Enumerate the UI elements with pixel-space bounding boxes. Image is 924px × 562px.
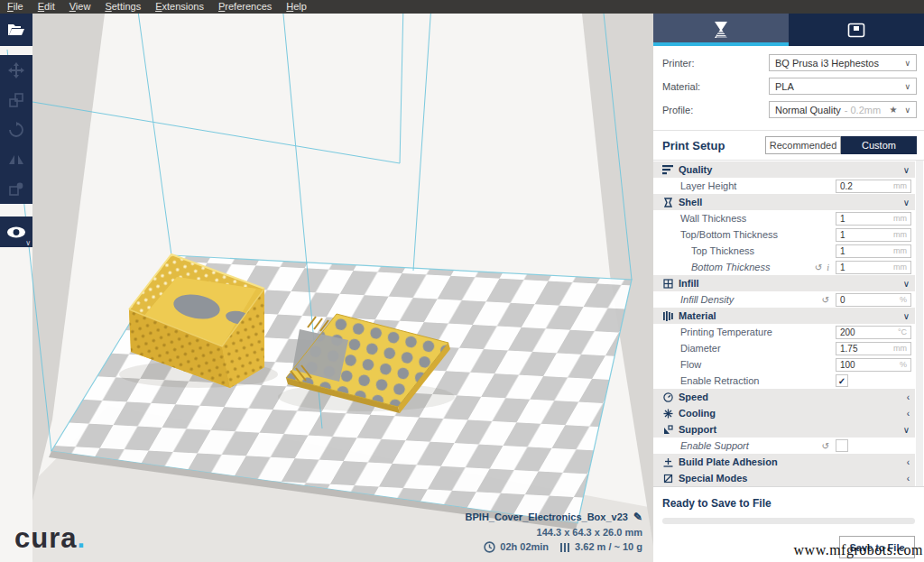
logo-dot: . — [77, 522, 86, 554]
chevron-down-icon: ∨ — [903, 279, 915, 289]
menu-file[interactable]: File — [0, 0, 31, 14]
printing-temperature-input[interactable]: °C — [836, 326, 911, 339]
print-setup-title: Print Setup — [662, 139, 765, 152]
setting-flow: Flow % — [653, 356, 915, 373]
open-file-button[interactable] — [0, 14, 32, 46]
section-shell[interactable]: Shell ∨ — [653, 194, 915, 210]
tab-monitor[interactable] — [789, 14, 924, 46]
setting-enable-support: Enable Support ↺ — [653, 438, 915, 454]
active-tab-underline — [653, 42, 789, 46]
setting-layer-height: Layer Height mm — [653, 178, 915, 194]
print-time: 02h 02min — [500, 539, 549, 555]
flow-input[interactable]: % — [836, 358, 911, 372]
recommended-mode-button[interactable]: Recommended — [765, 136, 841, 154]
menu-preferences[interactable]: Preferences — [211, 0, 279, 14]
profile-layer-height-suffix: - 0.2mm — [845, 105, 881, 115]
section-infill[interactable]: Infill ∨ — [653, 275, 915, 291]
rotate-icon — [8, 122, 24, 138]
material-dropdown[interactable]: PLA ∨ — [769, 78, 917, 95]
section-speed[interactable]: Speed ‹ — [653, 389, 915, 405]
settings-scrollbar[interactable] — [916, 161, 923, 486]
bottom-thickness-input[interactable]: mm — [836, 261, 911, 274]
section-build-plate-adhesion[interactable]: Build Plate Adhesion ‹ — [653, 454, 915, 470]
undo-icon[interactable]: ↺ — [815, 263, 822, 272]
top-thickness-input[interactable]: mm — [836, 244, 911, 258]
infill-icon — [661, 279, 675, 289]
menu-extensions[interactable]: Extensions — [148, 0, 211, 14]
undo-icon[interactable]: ↺ — [822, 441, 829, 451]
scale-tool-button[interactable] — [0, 85, 32, 115]
wall-thickness-input[interactable]: mm — [836, 212, 911, 226]
view-mode-button[interactable]: ∨ — [0, 217, 32, 247]
rotate-tool-button[interactable] — [0, 115, 32, 144]
section-cooling[interactable]: Cooling ‹ — [653, 405, 915, 421]
menu-edit[interactable]: Edit — [31, 0, 62, 14]
settings-panel: Printer: BQ Prusa i3 Hephestos ∨ Materia… — [653, 14, 924, 562]
printer-dropdown[interactable]: BQ Prusa i3 Hephestos ∨ — [769, 54, 917, 71]
menu-help[interactable]: Help — [279, 0, 314, 14]
cura-application-window: File Edit View Settings Extensions Prefe… — [0, 0, 924, 562]
mirror-icon — [8, 152, 24, 168]
profile-dropdown[interactable]: Normal Quality - 0.2mm ★ ∨ — [769, 101, 917, 118]
chevron-left-icon: ‹ — [907, 392, 915, 402]
section-material[interactable]: Material ∨ — [653, 308, 915, 324]
top-bottom-thickness-input[interactable]: mm — [836, 228, 911, 242]
chevron-down-icon: ∨ — [903, 165, 915, 175]
material-label: Material: — [662, 81, 769, 92]
viewport-3d[interactable]: ∨ cura. BPIH_Cover_Electronics_Box_v23✎ … — [0, 14, 653, 562]
setting-enable-retraction: Enable Retraction ✓ — [653, 373, 915, 389]
left-toolbar: ∨ — [0, 14, 32, 46]
custom-mode-button[interactable]: Custom — [841, 136, 917, 154]
star-icon: ★ — [889, 105, 897, 115]
section-special-modes[interactable]: Special Modes ‹ — [653, 470, 915, 486]
view-mode-chevron-icon: ∨ — [25, 239, 31, 247]
shell-icon — [661, 198, 675, 207]
model-info-panel: BPIH_Cover_Electronics_Box_v23✎ 144.3 x … — [466, 510, 642, 555]
clock-icon — [484, 541, 495, 553]
mode-toggle: Recommended Custom — [765, 136, 917, 154]
monitor-icon — [847, 23, 865, 38]
tab-prepare[interactable] — [653, 14, 789, 46]
model-dimensions: 144.3 x 64.3 x 26.0 mm — [466, 525, 642, 539]
chevron-down-icon: ∨ — [904, 106, 910, 115]
progress-bar — [662, 518, 915, 524]
menu-settings[interactable]: Settings — [97, 0, 148, 14]
quality-icon — [661, 165, 675, 175]
special-modes-icon — [661, 474, 675, 484]
chevron-down-icon: ∨ — [904, 59, 910, 68]
material-spool-icon — [559, 542, 570, 553]
infill-density-input[interactable]: % — [836, 293, 911, 307]
setting-diameter: Diameter mm — [653, 340, 915, 356]
enable-retraction-checkbox[interactable]: ✓ — [836, 374, 848, 387]
watermark: www.mfgrobots.com — [794, 542, 923, 558]
tool-group — [0, 55, 32, 204]
info-icon[interactable]: i — [827, 263, 829, 272]
setting-infill-density: Infill Density ↺ % — [653, 291, 915, 308]
setting-bottom-thickness: Bottom Thickness ↺ i mm — [653, 259, 915, 275]
stage-tabs — [653, 14, 924, 46]
layer-height-input[interactable]: mm — [836, 180, 911, 193]
undo-icon[interactable]: ↺ — [822, 295, 829, 305]
chevron-left-icon: ‹ — [907, 457, 915, 467]
model-name: BPIH_Cover_Electronics_Box_v23 — [466, 511, 628, 522]
move-icon — [8, 62, 24, 78]
menu-view[interactable]: View — [62, 0, 98, 14]
build-plate-scene[interactable] — [0, 14, 653, 562]
printer-label: Printer: — [662, 58, 769, 69]
setting-printing-temperature: Printing Temperature °C — [653, 324, 915, 340]
diameter-input[interactable]: mm — [836, 342, 911, 355]
chevron-left-icon: ‹ — [907, 409, 915, 419]
per-model-settings-icon — [8, 181, 24, 198]
setting-wall-thickness: Wall Thickness mm — [653, 210, 915, 226]
enable-support-checkbox[interactable] — [836, 439, 848, 452]
cooling-icon — [661, 409, 675, 419]
prepare-icon — [713, 21, 729, 39]
move-tool-button[interactable] — [0, 55, 32, 85]
section-support[interactable]: Support ∨ — [653, 421, 915, 438]
rename-model-pencil-icon[interactable]: ✎ — [633, 511, 642, 523]
section-quality[interactable]: Quality ∨ — [653, 161, 915, 178]
material-icon — [661, 311, 675, 321]
per-model-settings-button[interactable] — [0, 174, 32, 204]
status-text: Ready to Save to File — [662, 497, 915, 510]
mirror-tool-button[interactable] — [0, 144, 32, 174]
